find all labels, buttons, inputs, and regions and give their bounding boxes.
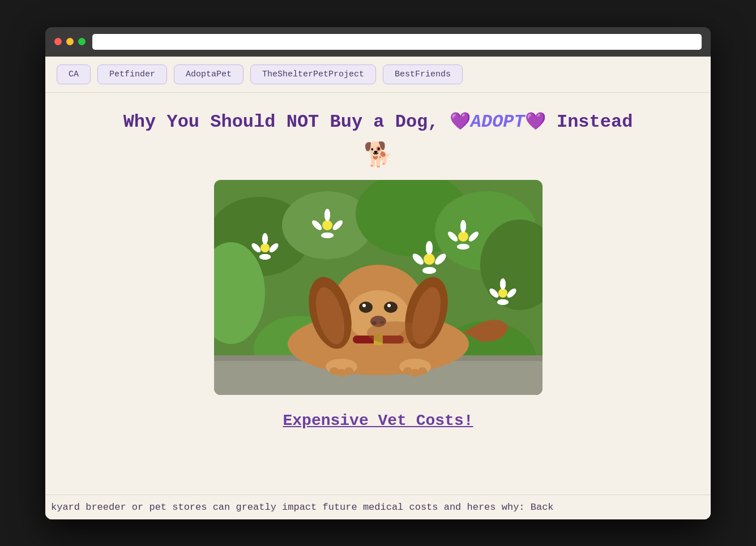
section-link[interactable]: Expensive Vet Costs!: [283, 412, 473, 429]
svg-point-23: [324, 209, 330, 221]
dog-image: [214, 180, 543, 395]
maximize-button[interactable]: [78, 38, 86, 45]
nav-btn-petfinder[interactable]: Petfinder: [97, 65, 167, 84]
title-part2: Instead: [557, 111, 633, 132]
nav-bar: CA Petfinder AdoptaPet TheShelterPetProj…: [45, 57, 711, 93]
svg-point-9: [260, 243, 270, 252]
title-part1: Why You Should NOT Buy a Dog,: [123, 111, 439, 132]
svg-point-25: [321, 233, 334, 238]
browser-content: CA Petfinder AdoptaPet TheShelterPetProj…: [45, 57, 711, 519]
svg-point-63: [359, 302, 373, 313]
svg-point-64: [384, 302, 398, 313]
svg-point-50: [426, 241, 433, 255]
nav-btn-theshelterpetproject[interactable]: TheShelterPetProject: [250, 65, 376, 84]
svg-point-83: [418, 367, 427, 375]
svg-point-41: [500, 278, 506, 290]
svg-point-14: [262, 233, 268, 244]
svg-point-52: [422, 267, 436, 274]
adopt-word: ADOPT: [471, 111, 525, 132]
heart-left: 💜: [450, 112, 471, 131]
nav-btn-adoptapet[interactable]: AdoptaPet: [174, 65, 244, 84]
svg-point-16: [259, 254, 271, 260]
close-button[interactable]: [54, 38, 62, 45]
bottom-text-content: kyard breeder or pet stores can greatly …: [45, 502, 559, 513]
svg-point-61: [372, 321, 377, 325]
dog-emoji: 🐕: [364, 140, 393, 170]
svg-point-36: [498, 289, 507, 298]
page-title: Why You Should NOT Buy a Dog, 💜ADOPT💜 In…: [123, 110, 633, 135]
svg-point-67: [362, 304, 365, 306]
address-bar[interactable]: [92, 34, 702, 50]
svg-point-32: [460, 220, 466, 233]
nav-btn-bestfriends[interactable]: BestFriends: [383, 65, 463, 84]
svg-point-27: [458, 231, 468, 242]
svg-point-18: [322, 220, 332, 230]
browser-chrome: [45, 27, 711, 57]
minimize-button[interactable]: [66, 38, 74, 45]
svg-point-45: [424, 253, 435, 265]
svg-point-34: [457, 244, 469, 250]
svg-point-66: [387, 304, 391, 307]
bottom-text-bar: kyard breeder or pet stores can greatly …: [45, 495, 711, 519]
nav-btn-ca[interactable]: CA: [57, 65, 91, 84]
heart-right: 💜: [525, 112, 546, 131]
dog-image-svg: [214, 180, 543, 395]
browser-window: CA Petfinder AdoptaPet TheShelterPetProj…: [45, 27, 711, 519]
svg-point-78: [344, 367, 353, 375]
svg-point-84: [367, 321, 424, 344]
main-content: Why You Should NOT Buy a Dog, 💜ADOPT💜 In…: [45, 93, 711, 495]
traffic-lights: [54, 38, 86, 45]
svg-point-43: [497, 299, 509, 305]
